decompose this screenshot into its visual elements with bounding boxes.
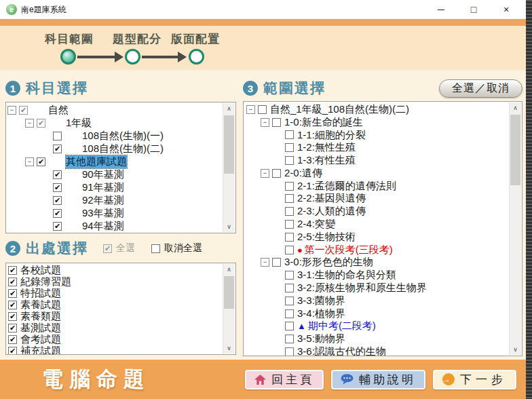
subject-tree-item[interactable]: ✔91年基測 <box>6 181 222 194</box>
checkbox[interactable] <box>285 143 294 152</box>
checkbox[interactable]: ✔ <box>8 301 17 309</box>
scroll-up-icon[interactable]: ∧ <box>223 264 235 275</box>
checkbox[interactable]: ✔ <box>53 145 62 153</box>
scroll-down-icon[interactable]: ∨ <box>223 221 235 232</box>
subject-tree-item[interactable]: ✔92年基測 <box>6 194 222 207</box>
checkbox[interactable] <box>285 207 294 216</box>
checkbox[interactable]: ✔ <box>53 196 62 205</box>
range-tree-item[interactable]: 1-3:有性生殖 <box>244 154 508 167</box>
tree-expander-icon[interactable]: − <box>246 105 255 114</box>
subject-tree-item[interactable]: ✔93年基測 <box>6 207 222 220</box>
source-list-scrollbar[interactable]: ∧ ∨ <box>223 264 235 354</box>
checkbox[interactable]: ✔ <box>53 183 62 192</box>
range-tree-item[interactable]: 2-1:孟德爾的遺傳法則 <box>244 180 508 193</box>
checkbox[interactable] <box>285 322 294 330</box>
checkbox[interactable] <box>53 132 62 140</box>
scrollbar-thumb[interactable] <box>224 115 234 174</box>
range-tree-item[interactable]: ●第一次段考(三段考) <box>244 244 508 256</box>
subject-tree-scrollbar[interactable]: ∧ ∨ <box>223 103 235 232</box>
source-list-item[interactable]: ✔基測試題 <box>6 322 222 334</box>
checkbox[interactable]: ✔ <box>8 278 17 286</box>
range-tree-item[interactable]: 3-3:菌物界 <box>244 294 508 307</box>
checkbox[interactable]: ✔ <box>8 312 17 321</box>
home-button[interactable]: 回主頁 <box>245 370 324 390</box>
range-tree-item[interactable]: 2-3:人類的遺傳 <box>244 205 508 218</box>
subject-tree-item[interactable]: ✔95年基測 <box>6 233 222 233</box>
select-all-checkbox[interactable]: ✔ <box>103 244 112 253</box>
step-circle-1-active[interactable] <box>60 49 76 64</box>
scroll-down-icon[interactable]: ∨ <box>510 344 521 355</box>
select-all-toggle-button[interactable]: 全選／取消 <box>439 79 522 98</box>
checkbox[interactable]: ✔ <box>8 347 17 355</box>
checkbox[interactable]: ✔ <box>37 119 45 128</box>
subject-tree-item[interactable]: −✔其他題庫試題 <box>6 155 222 168</box>
tree-expander-icon[interactable]: − <box>261 258 269 267</box>
checkbox[interactable] <box>285 284 294 292</box>
range-tree-item[interactable]: 3-5:動物界 <box>244 332 508 345</box>
checkbox[interactable]: ✔ <box>8 266 17 275</box>
subject-tree-item[interactable]: ✔94年基測 <box>6 220 222 233</box>
help-button[interactable]: 輔助說明 <box>331 370 425 390</box>
range-tree-item[interactable]: −2-0:遺傳 <box>244 167 508 180</box>
checkbox[interactable] <box>272 258 281 267</box>
step-circle-2[interactable] <box>125 49 140 64</box>
checkbox[interactable]: ✔ <box>53 209 62 218</box>
checkbox[interactable] <box>285 220 294 229</box>
range-tree-item[interactable]: −自然_1年級_108自然(生物)(二) <box>244 103 508 116</box>
checkbox[interactable] <box>285 335 294 343</box>
range-tree-item[interactable]: 3-6:認識古代的生物 <box>244 345 508 356</box>
source-list-item[interactable]: ✔素養類題 <box>6 311 222 322</box>
subject-tree-item[interactable]: 108自然(生物)(一) <box>6 130 222 142</box>
source-list-item[interactable]: ✔會考試題 <box>6 334 222 345</box>
checkbox[interactable]: ✔ <box>8 289 17 298</box>
checkbox[interactable]: ✔ <box>8 335 17 344</box>
tree-expander-icon[interactable]: − <box>261 118 269 127</box>
select-all-option[interactable]: ✔ 全選 <box>103 242 135 254</box>
checkbox[interactable] <box>272 169 281 178</box>
subject-tree-item[interactable]: −✔自然 <box>6 104 222 117</box>
close-button[interactable]: × <box>490 0 522 19</box>
range-tree-item[interactable]: 1-2:無性生殖 <box>244 141 508 154</box>
tree-expander-icon[interactable]: − <box>261 169 269 178</box>
deselect-all-option[interactable]: ✔ 取消全選 <box>151 242 202 254</box>
checkbox[interactable] <box>258 105 267 114</box>
checkbox[interactable] <box>285 246 294 254</box>
source-list-item[interactable]: ✔各校試題 <box>6 265 222 276</box>
scrollbar-thumb[interactable] <box>224 276 234 309</box>
tree-expander-icon[interactable]: − <box>25 119 34 128</box>
maximize-button[interactable]: □ <box>457 0 490 19</box>
checkbox[interactable] <box>285 233 294 242</box>
checkbox[interactable] <box>285 156 294 165</box>
checkbox[interactable] <box>285 347 294 356</box>
subject-tree-item[interactable]: −✔1年級 <box>6 117 222 130</box>
deselect-all-checkbox[interactable]: ✔ <box>151 244 160 253</box>
subject-tree-item[interactable]: ✔108自然(生物)(二) <box>6 142 222 155</box>
range-tree-item[interactable]: ▲期中考(二段考) <box>244 320 508 333</box>
checkbox[interactable] <box>285 309 294 318</box>
checkbox[interactable] <box>285 297 294 305</box>
range-tree-scrollbar[interactable]: ∧ ∨ <box>509 102 521 355</box>
range-tree-item[interactable]: 3-2:原核生物界和原生生物界 <box>244 282 508 294</box>
minimize-button[interactable]: ─ <box>425 0 457 19</box>
range-tree-item[interactable]: 3-1:生物的命名與分類 <box>244 269 508 282</box>
step-circle-3[interactable] <box>189 49 204 64</box>
scrollbar-thumb[interactable] <box>510 115 520 185</box>
range-tree-item[interactable]: 2-4:突變 <box>244 218 508 231</box>
subject-tree-item[interactable]: ✔90年基測 <box>6 168 222 181</box>
next-step-button[interactable]: → 下一步 <box>433 370 516 390</box>
checkbox[interactable] <box>285 182 294 191</box>
checkbox[interactable] <box>272 118 281 127</box>
checkbox[interactable]: ✔ <box>8 324 17 332</box>
range-tree-item[interactable]: 2-2:基因與遺傳 <box>244 193 508 206</box>
checkbox[interactable]: ✔ <box>19 106 28 115</box>
range-tree-item[interactable]: 2-5:生物技術 <box>244 231 508 244</box>
range-tree-item[interactable]: −3-0:形形色色的生物 <box>244 256 508 269</box>
checkbox[interactable]: ✔ <box>37 157 45 166</box>
scroll-up-icon[interactable]: ∧ <box>510 102 521 113</box>
scroll-up-icon[interactable]: ∧ <box>223 103 235 114</box>
source-list-item[interactable]: ✔素養試題 <box>6 299 222 311</box>
source-list-item[interactable]: ✔特招試題 <box>6 288 222 299</box>
source-list-item[interactable]: ✔補充試題 <box>6 345 222 355</box>
range-tree-item[interactable]: −1-0:新生命的誕生 <box>244 116 508 129</box>
checkbox[interactable] <box>285 271 294 280</box>
